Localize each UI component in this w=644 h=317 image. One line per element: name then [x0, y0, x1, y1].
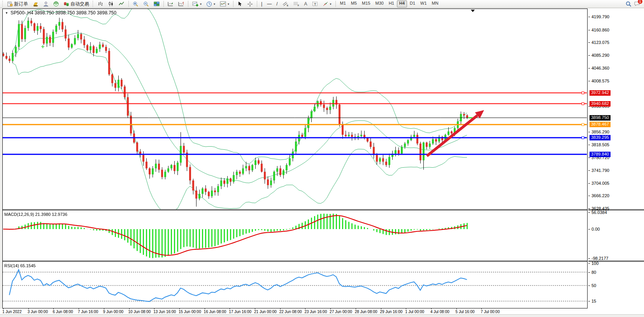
- text-label-icon: T: [312, 1, 318, 7]
- pane-separator-rsi[interactable]: [3, 261, 587, 262]
- cursor-button[interactable]: [235, 0, 244, 8]
- time-axis-label: 16 Jun 08:00: [204, 310, 226, 314]
- axis-tick-mark: [588, 68, 590, 68]
- collapse-quick-trade-icon[interactable]: ▼: [5, 11, 8, 15]
- time-axis[interactable]: 1 Jun 20223 Jun 00:006 Jun 08:007 Jun 16…: [0, 309, 644, 314]
- current-price-badge: 3898.750: [590, 115, 611, 121]
- time-axis-label: 13 Jun 16:00: [153, 310, 176, 314]
- axis-tick-mark: [588, 285, 590, 286]
- zoom-out-button[interactable]: [141, 0, 151, 8]
- axis-tick-mark: [588, 183, 590, 184]
- trendline-button[interactable]: /: [274, 0, 279, 8]
- fibonacci-icon: F: [293, 1, 300, 7]
- time-tick-mark: [3, 308, 4, 309]
- price-axis-label: 3856.290: [591, 130, 609, 134]
- auto-scroll-icon: [168, 1, 174, 7]
- signal-icon: [53, 1, 59, 7]
- signals-button[interactable]: [51, 0, 61, 8]
- chart-shift-marker-icon[interactable]: [471, 10, 475, 12]
- axis-tick-mark: [588, 212, 590, 213]
- rsi-axis-label: 50: [591, 283, 596, 288]
- indicators-icon: [192, 1, 198, 7]
- time-tick-mark: [356, 308, 356, 309]
- candlestick-chart-button[interactable]: [106, 0, 116, 8]
- text-label-button[interactable]: T: [310, 0, 320, 8]
- price-axis-label: 4123.075: [591, 40, 609, 45]
- pane-separator-macd[interactable]: [3, 209, 587, 210]
- bar-chart-icon: [98, 1, 104, 7]
- indicators-button[interactable]: ▾: [190, 0, 204, 8]
- text-icon: A: [304, 2, 307, 6]
- chevron-down-icon: ▾: [200, 2, 202, 6]
- chart-canvas[interactable]: [3, 9, 587, 308]
- time-axis-label: 4 Jul 08:00: [430, 310, 449, 314]
- template-icon: [220, 1, 226, 7]
- price-axis-label: 3818.505: [591, 142, 609, 147]
- crosshair-button[interactable]: [245, 0, 255, 8]
- tab-timeframe-m30[interactable]: M30: [373, 0, 386, 7]
- level-price-badge: 3972.942: [590, 90, 611, 96]
- axis-tick-mark: [588, 55, 590, 56]
- tile-windows-button[interactable]: [152, 0, 161, 8]
- tab-timeframe-h4[interactable]: H4: [397, 0, 407, 7]
- zoom-in-button[interactable]: [131, 0, 140, 8]
- axis-tick-mark: [588, 301, 590, 301]
- axis-tick-mark: [588, 145, 590, 145]
- toolbar-right-group: 1: [626, 1, 642, 7]
- horizontal-line-button[interactable]: —: [265, 0, 274, 8]
- price-axis-label: 4085.290: [591, 53, 609, 58]
- horizontal-line-icon: —: [267, 2, 272, 6]
- price-axis-label: 4199.790: [591, 14, 609, 19]
- time-axis-label: 17 Jun 16:00: [229, 310, 251, 314]
- accounts-button[interactable]: [41, 0, 51, 8]
- rsi-axis-label: 100: [591, 261, 598, 266]
- toolbar-separator: [257, 1, 257, 7]
- tab-timeframe-m15[interactable]: M15: [360, 0, 372, 7]
- notification-badge: 1: [638, 0, 642, 4]
- periods-button[interactable]: ▾: [204, 0, 217, 8]
- fibonacci-button[interactable]: F: [291, 0, 302, 8]
- candlestick-chart-icon: [108, 1, 114, 7]
- time-axis-label: 22 Jun 08:00: [279, 310, 302, 314]
- time-tick-mark: [456, 308, 457, 309]
- tab-timeframe-h1[interactable]: H1: [386, 0, 397, 7]
- time-tick-mark: [79, 308, 79, 309]
- auto-trading-label: 自动交易: [70, 1, 89, 7]
- new-order-button[interactable]: 新订单: [5, 0, 30, 8]
- toolbar-grip: [93, 1, 94, 7]
- tab-timeframe-m1[interactable]: M1: [338, 0, 348, 7]
- text-button[interactable]: A: [302, 0, 309, 8]
- tab-timeframe-d1[interactable]: D1: [407, 0, 418, 7]
- timeframe-toolbar: M1M5M15M30H1H4D1W1MN: [338, 0, 441, 7]
- rsi-indicator-label: RSI(14) 65.1545: [4, 263, 36, 268]
- equidistant-channel-button[interactable]: E: [281, 0, 291, 8]
- arrows-button[interactable]: ▾: [321, 0, 333, 8]
- level-price-badge: 3839.295: [590, 135, 611, 140]
- tab-timeframe-w1[interactable]: W1: [418, 0, 429, 7]
- bar-chart-button[interactable]: [96, 0, 105, 8]
- search-icon[interactable]: [626, 1, 632, 7]
- tab-timeframe-mn[interactable]: MN: [430, 0, 441, 7]
- line-chart-button[interactable]: [117, 0, 126, 8]
- chart-shift-button[interactable]: [176, 0, 186, 8]
- time-tick-mark: [255, 308, 255, 309]
- auto-scroll-button[interactable]: [166, 0, 175, 8]
- tab-timeframe-m5[interactable]: M5: [349, 0, 359, 7]
- chart-window: ▼ SP500-,H4 3898.750 3898.750 3898.750 3…: [2, 9, 588, 308]
- market-watch-button[interactable]: [31, 0, 40, 8]
- macd-axis-label: -98.2177: [591, 256, 608, 261]
- profile-icon: [43, 1, 49, 7]
- templates-button[interactable]: ▾: [218, 0, 231, 8]
- vertical-line-button[interactable]: |: [259, 0, 264, 8]
- time-tick-mark: [280, 308, 281, 309]
- auto-trading-button[interactable]: 自动交易: [61, 0, 91, 8]
- toolbar-separator: [188, 1, 188, 7]
- axis-tick-mark: [588, 170, 590, 171]
- time-tick-mark: [431, 308, 432, 309]
- macd-axis-label: 0.00: [591, 227, 600, 231]
- price-axis[interactable]: 4199.7904160.8604123.0754085.2904046.360…: [588, 9, 644, 308]
- axis-tick-mark: [588, 158, 590, 158]
- axis-tick-mark: [588, 196, 590, 196]
- notifications-button[interactable]: 1: [634, 1, 640, 7]
- time-tick-mark: [406, 308, 406, 309]
